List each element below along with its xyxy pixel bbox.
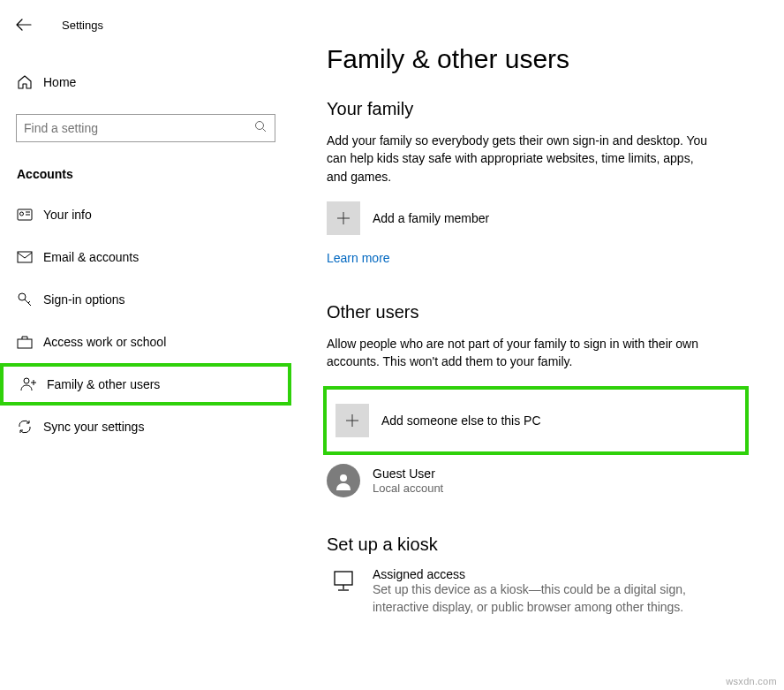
settings-window: Settings Home Accounts Your info E	[0, 0, 784, 690]
sidebar-item-label: Access work or school	[43, 335, 166, 349]
svg-point-7	[19, 293, 26, 300]
family-desc: Add your family so everybody gets their …	[327, 132, 715, 186]
kiosk-meta: Assigned access Set up this device as a …	[373, 567, 743, 616]
sidebar-item-signin[interactable]: Sign-in options	[0, 278, 291, 321]
kiosk-heading: Set up a kiosk	[327, 535, 749, 555]
header-bar: Settings	[0, 13, 291, 36]
sidebar-item-sync[interactable]: Sync your settings	[0, 406, 291, 448]
key-icon	[17, 292, 43, 307]
home-icon	[17, 74, 43, 90]
home-label: Home	[43, 75, 76, 89]
guest-user-name: Guest User	[373, 466, 443, 481]
sync-icon	[17, 419, 43, 435]
sidebar-item-label: Family & other users	[47, 377, 160, 391]
search-box[interactable]	[16, 114, 275, 142]
svg-point-0	[256, 122, 264, 130]
kiosk-desc: Set up this device as a kiosk—this could…	[373, 581, 743, 616]
add-family-button[interactable]: Add a family member	[327, 201, 749, 235]
search-input[interactable]	[24, 121, 236, 135]
guest-user-meta: Guest User Local account	[373, 466, 443, 497]
search-icon	[254, 120, 268, 136]
page-title: Family & other users	[327, 44, 749, 74]
avatar-icon	[327, 464, 360, 497]
id-card-icon	[17, 209, 43, 221]
other-users-heading: Other users	[327, 302, 749, 322]
svg-point-3	[20, 212, 24, 216]
svg-line-1	[263, 129, 267, 133]
back-icon[interactable]	[16, 19, 44, 31]
add-other-user-label: Add someone else to this PC	[381, 413, 541, 428]
family-heading: Your family	[327, 99, 749, 119]
main-panel: Family & other users Your family Add you…	[291, 0, 784, 690]
assigned-access-button[interactable]: Assigned access Set up this device as a …	[327, 567, 749, 616]
svg-line-8	[25, 300, 31, 306]
guest-user-row[interactable]: Guest User Local account	[327, 464, 749, 497]
people-icon	[20, 376, 47, 392]
watermark: wsxdn.com	[726, 676, 777, 686]
guest-user-sub: Local account	[373, 481, 443, 497]
sidebar-item-family[interactable]: Family & other users	[0, 363, 291, 406]
sidebar: Settings Home Accounts Your info E	[0, 0, 291, 690]
sidebar-item-label: Your info	[43, 208, 92, 222]
add-family-label: Add a family member	[373, 211, 489, 225]
sidebar-item-label: Email & accounts	[43, 250, 139, 264]
svg-rect-19	[335, 572, 352, 585]
svg-point-11	[24, 378, 29, 383]
other-users-desc: Allow people who are not part of your fa…	[327, 335, 715, 371]
kiosk-title: Assigned access	[373, 567, 743, 581]
window-title: Settings	[44, 19, 103, 32]
learn-more-link[interactable]: Learn more	[327, 251, 390, 265]
mail-icon	[17, 251, 43, 263]
svg-line-9	[28, 301, 30, 303]
svg-point-18	[340, 474, 347, 481]
sidebar-item-work-school[interactable]: Access work or school	[0, 321, 291, 363]
sidebar-item-email[interactable]: Email & accounts	[0, 236, 291, 278]
sidebar-section-accounts: Accounts	[0, 142, 291, 193]
add-other-user-button[interactable]: Add someone else to this PC	[323, 386, 749, 455]
plus-icon	[327, 201, 360, 235]
monitor-icon	[327, 567, 360, 594]
svg-rect-6	[18, 252, 32, 262]
sidebar-item-label: Sign-in options	[43, 292, 125, 307]
plus-icon	[335, 404, 369, 437]
home-button[interactable]: Home	[0, 66, 291, 98]
sidebar-item-your-info[interactable]: Your info	[0, 193, 291, 236]
svg-rect-10	[18, 339, 32, 348]
briefcase-icon	[17, 335, 43, 349]
sidebar-item-label: Sync your settings	[43, 420, 144, 434]
